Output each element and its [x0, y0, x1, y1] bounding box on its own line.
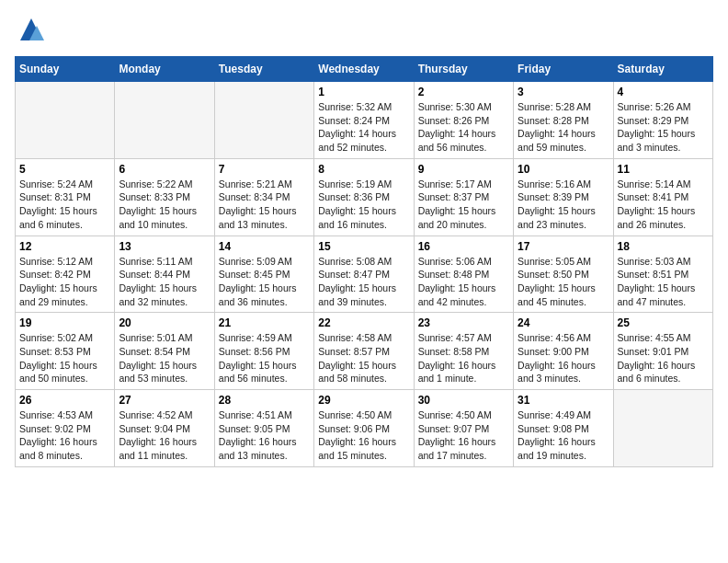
- day-info: Sunrise: 4:50 AM Sunset: 9:06 PM Dayligh…: [318, 408, 409, 463]
- day-info: Sunrise: 5:05 AM Sunset: 8:50 PM Dayligh…: [518, 255, 609, 309]
- day-number: 29: [318, 394, 409, 407]
- calendar-week-4: 19Sunrise: 5:02 AM Sunset: 8:53 PM Dayli…: [16, 313, 713, 390]
- day-number: 13: [119, 240, 210, 253]
- day-number: 15: [318, 240, 409, 253]
- day-number: 27: [119, 394, 210, 407]
- day-number: 20: [119, 316, 210, 329]
- day-number: 8: [318, 163, 409, 176]
- page-header: [15, 15, 713, 49]
- calendar-cell: 3Sunrise: 5:28 AM Sunset: 8:28 PM Daylig…: [514, 82, 613, 159]
- calendar-cell: 14Sunrise: 5:09 AM Sunset: 8:45 PM Dayli…: [214, 236, 313, 313]
- calendar-cell: 9Sunrise: 5:17 AM Sunset: 8:37 PM Daylig…: [414, 158, 513, 236]
- day-number: 16: [418, 240, 509, 253]
- calendar-cell: [115, 82, 214, 159]
- day-number: 12: [19, 240, 110, 253]
- day-header-wednesday: Wednesday: [314, 57, 414, 82]
- calendar-cell: 30Sunrise: 4:50 AM Sunset: 9:07 PM Dayli…: [414, 390, 513, 467]
- day-number: 18: [618, 240, 709, 253]
- day-info: Sunrise: 5:14 AM Sunset: 8:41 PM Dayligh…: [618, 178, 709, 232]
- calendar-cell: 21Sunrise: 4:59 AM Sunset: 8:56 PM Dayli…: [214, 313, 313, 390]
- calendar-table: SundayMondayTuesdayWednesdayThursdayFrid…: [15, 56, 713, 467]
- day-number: 23: [418, 316, 509, 329]
- day-info: Sunrise: 5:02 AM Sunset: 8:53 PM Dayligh…: [19, 331, 110, 385]
- logo-icon: [17, 15, 46, 44]
- logo: [15, 15, 46, 49]
- logo-text: [15, 15, 46, 49]
- calendar-cell: [16, 82, 115, 159]
- calendar-cell: 23Sunrise: 4:57 AM Sunset: 8:58 PM Dayli…: [414, 313, 513, 390]
- day-info: Sunrise: 4:51 AM Sunset: 9:05 PM Dayligh…: [219, 408, 310, 463]
- calendar-cell: 11Sunrise: 5:14 AM Sunset: 8:41 PM Dayli…: [613, 158, 712, 236]
- day-info: Sunrise: 5:01 AM Sunset: 8:54 PM Dayligh…: [119, 331, 210, 385]
- calendar-cell: 1Sunrise: 5:32 AM Sunset: 8:24 PM Daylig…: [314, 82, 414, 159]
- calendar-cell: 7Sunrise: 5:21 AM Sunset: 8:34 PM Daylig…: [214, 158, 313, 236]
- day-header-saturday: Saturday: [613, 57, 712, 82]
- calendar-cell: 26Sunrise: 4:53 AM Sunset: 9:02 PM Dayli…: [16, 390, 115, 467]
- day-info: Sunrise: 4:59 AM Sunset: 8:56 PM Dayligh…: [219, 331, 310, 385]
- calendar-cell: 5Sunrise: 5:24 AM Sunset: 8:31 PM Daylig…: [16, 158, 115, 236]
- calendar-cell: 6Sunrise: 5:22 AM Sunset: 8:33 PM Daylig…: [115, 158, 214, 236]
- day-info: Sunrise: 4:50 AM Sunset: 9:07 PM Dayligh…: [418, 408, 509, 463]
- day-header-thursday: Thursday: [414, 57, 513, 82]
- day-info: Sunrise: 5:24 AM Sunset: 8:31 PM Dayligh…: [19, 178, 110, 232]
- day-number: 28: [219, 394, 310, 407]
- day-number: 14: [219, 240, 310, 253]
- day-number: 26: [19, 394, 110, 407]
- calendar-cell: 2Sunrise: 5:30 AM Sunset: 8:26 PM Daylig…: [414, 82, 513, 159]
- calendar-cell: 16Sunrise: 5:06 AM Sunset: 8:48 PM Dayli…: [414, 236, 513, 313]
- day-number: 24: [518, 316, 609, 329]
- day-info: Sunrise: 5:12 AM Sunset: 8:42 PM Dayligh…: [19, 255, 110, 309]
- calendar-cell: 25Sunrise: 4:55 AM Sunset: 9:01 PM Dayli…: [613, 313, 712, 390]
- calendar-cell: 10Sunrise: 5:16 AM Sunset: 8:39 PM Dayli…: [514, 158, 613, 236]
- calendar-cell: 27Sunrise: 4:52 AM Sunset: 9:04 PM Dayli…: [115, 390, 214, 467]
- calendar-cell: 17Sunrise: 5:05 AM Sunset: 8:50 PM Dayli…: [514, 236, 613, 313]
- calendar-cell: [214, 82, 313, 159]
- day-header-tuesday: Tuesday: [214, 57, 313, 82]
- day-info: Sunrise: 4:58 AM Sunset: 8:57 PM Dayligh…: [318, 331, 409, 385]
- day-number: 30: [418, 394, 509, 407]
- day-info: Sunrise: 5:08 AM Sunset: 8:47 PM Dayligh…: [318, 255, 409, 309]
- day-number: 10: [518, 163, 609, 176]
- calendar-cell: 18Sunrise: 5:03 AM Sunset: 8:51 PM Dayli…: [613, 236, 712, 313]
- day-info: Sunrise: 5:09 AM Sunset: 8:45 PM Dayligh…: [219, 255, 310, 309]
- day-number: 7: [219, 163, 310, 176]
- day-number: 6: [119, 163, 210, 176]
- day-number: 4: [618, 86, 709, 98]
- day-info: Sunrise: 5:06 AM Sunset: 8:48 PM Dayligh…: [418, 255, 509, 309]
- calendar-cell: 29Sunrise: 4:50 AM Sunset: 9:06 PM Dayli…: [314, 390, 414, 467]
- day-number: 17: [518, 240, 609, 253]
- day-info: Sunrise: 5:19 AM Sunset: 8:36 PM Dayligh…: [318, 178, 409, 232]
- day-number: 31: [518, 394, 609, 407]
- day-info: Sunrise: 5:03 AM Sunset: 8:51 PM Dayligh…: [618, 255, 709, 309]
- day-number: 21: [219, 316, 310, 329]
- day-info: Sunrise: 4:53 AM Sunset: 9:02 PM Dayligh…: [19, 408, 110, 463]
- calendar-cell: 4Sunrise: 5:26 AM Sunset: 8:29 PM Daylig…: [613, 82, 712, 159]
- day-number: 2: [418, 86, 509, 98]
- day-number: 1: [318, 86, 409, 98]
- day-info: Sunrise: 4:56 AM Sunset: 9:00 PM Dayligh…: [518, 331, 609, 385]
- day-number: 11: [618, 163, 709, 176]
- day-number: 19: [19, 316, 110, 329]
- calendar-week-1: 1Sunrise: 5:32 AM Sunset: 8:24 PM Daylig…: [16, 82, 713, 159]
- calendar-cell: 15Sunrise: 5:08 AM Sunset: 8:47 PM Dayli…: [314, 236, 414, 313]
- day-info: Sunrise: 4:55 AM Sunset: 9:01 PM Dayligh…: [618, 331, 709, 385]
- day-info: Sunrise: 4:52 AM Sunset: 9:04 PM Dayligh…: [119, 408, 210, 463]
- day-number: 5: [19, 163, 110, 176]
- calendar-cell: 12Sunrise: 5:12 AM Sunset: 8:42 PM Dayli…: [16, 236, 115, 313]
- day-header-sunday: Sunday: [16, 57, 115, 82]
- day-number: 9: [418, 163, 509, 176]
- calendar-cell: 31Sunrise: 4:49 AM Sunset: 9:08 PM Dayli…: [514, 390, 613, 467]
- day-number: 22: [318, 316, 409, 329]
- calendar-cell: 22Sunrise: 4:58 AM Sunset: 8:57 PM Dayli…: [314, 313, 414, 390]
- calendar-week-5: 26Sunrise: 4:53 AM Sunset: 9:02 PM Dayli…: [16, 390, 713, 467]
- day-info: Sunrise: 5:17 AM Sunset: 8:37 PM Dayligh…: [418, 178, 509, 232]
- calendar-cell: 13Sunrise: 5:11 AM Sunset: 8:44 PM Dayli…: [115, 236, 214, 313]
- calendar-cell: 28Sunrise: 4:51 AM Sunset: 9:05 PM Dayli…: [214, 390, 313, 467]
- calendar-cell: 19Sunrise: 5:02 AM Sunset: 8:53 PM Dayli…: [16, 313, 115, 390]
- day-info: Sunrise: 5:26 AM Sunset: 8:29 PM Dayligh…: [618, 100, 709, 155]
- day-info: Sunrise: 5:30 AM Sunset: 8:26 PM Dayligh…: [418, 100, 509, 155]
- day-info: Sunrise: 4:57 AM Sunset: 8:58 PM Dayligh…: [418, 331, 509, 385]
- day-info: Sunrise: 5:16 AM Sunset: 8:39 PM Dayligh…: [518, 178, 609, 232]
- calendar-cell: 8Sunrise: 5:19 AM Sunset: 8:36 PM Daylig…: [314, 158, 414, 236]
- day-info: Sunrise: 5:11 AM Sunset: 8:44 PM Dayligh…: [119, 255, 210, 309]
